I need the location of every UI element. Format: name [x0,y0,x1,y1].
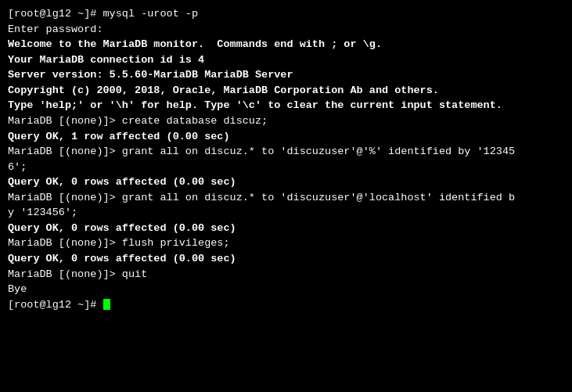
terminal-cursor [103,299,110,310]
terminal-line: Server version: 5.5.60-MariaDB MariaDB S… [8,67,564,83]
terminal-line: Copyright (c) 2000, 2018, Oracle, MariaD… [8,83,564,99]
terminal-line: [root@lg12 ~]# mysql -uroot -p [8,6,564,22]
terminal-line: Your MariaDB connection id is 4 [8,52,564,68]
terminal-line: Enter password: [8,22,564,38]
terminal-line: Query OK, 0 rows affected (0.00 sec) [8,174,564,190]
terminal-line: MariaDB [(none)]> grant all on discuz.* … [8,144,564,174]
terminal-line: MariaDB [(none)]> grant all on discuz.* … [8,190,564,221]
terminal-line: Query OK, 0 rows affected (0.00 sec) [8,221,564,236]
terminal-window: [root@lg12 ~]# mysql -uroot -pEnter pass… [0,0,572,392]
terminal-line: Welcome to the MariaDB monitor. Commands… [8,37,564,52]
terminal-line: MariaDB [(none)]> flush privileges; [8,236,564,251]
terminal-line: Bye [8,282,564,297]
terminal-line: Query OK, 0 rows affected (0.00 sec) [8,251,564,267]
terminal-line: MariaDB [(none)]> create database discuz… [8,113,564,129]
terminal-line: Query OK, 1 row affected (0.00 sec) [8,129,564,145]
terminal-line: Type 'help;' or '\h' for help. Type '\c'… [8,98,564,113]
terminal-line: [root@lg12 ~]# [8,297,564,313]
terminal-line: MariaDB [(none)]> quit [8,267,564,282]
